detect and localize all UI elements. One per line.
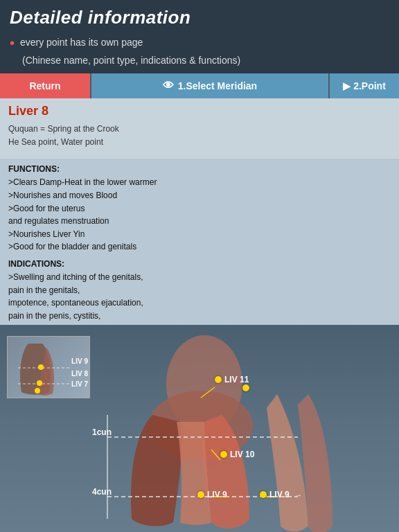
indications-title: INDICATIONS: bbox=[8, 259, 391, 269]
point-label-liv11[interactable]: LIV 11 bbox=[215, 375, 249, 384]
point-text-liv10: LIV 10 bbox=[230, 450, 254, 459]
select-meridian-button[interactable]: 👁 1.Select Meridian bbox=[90, 73, 330, 98]
point-dot-liv11b bbox=[242, 384, 249, 391]
point-label-liv10[interactable]: LIV 10 bbox=[220, 450, 254, 459]
navbar: Return 👁 1.Select Meridian ▶ 2.Point bbox=[0, 73, 399, 98]
point-text-liv9-right: LIV 9 bbox=[269, 490, 290, 499]
measure-1cun: 1cun bbox=[92, 427, 112, 437]
header: Detailed information • every point has i… bbox=[0, 0, 399, 73]
point-dot-liv11 bbox=[215, 376, 222, 383]
subtitle-line1: every point has its own page bbox=[20, 37, 143, 48]
point-label-liv11b[interactable] bbox=[242, 384, 249, 391]
page-title: Detailed information bbox=[10, 7, 389, 28]
thumbnail: LIV 9 LIV 8 LIV 7 bbox=[7, 336, 90, 398]
arrow-icon: ▶ bbox=[343, 80, 351, 91]
return-button[interactable]: Return bbox=[0, 73, 90, 98]
point-dot-liv9-right bbox=[260, 491, 267, 498]
page-subtitle: • every point has its own page (Chinese … bbox=[10, 33, 389, 68]
thumbnail-inner: LIV 9 LIV 8 LIV 7 bbox=[8, 337, 89, 398]
info-panel: Liver 8 Ququan = Spring at the Crook He … bbox=[0, 98, 399, 159]
content-area: FUNCTIONS: >Clears Damp-Heat in the lowe… bbox=[0, 159, 399, 325]
svg-point-14 bbox=[35, 388, 40, 393]
functions-text: >Clears Damp-Heat in the lower warmer >N… bbox=[8, 176, 391, 254]
subtitle-line2: (Chinese name, point type, indications &… bbox=[22, 55, 240, 66]
svg-point-13 bbox=[37, 380, 42, 386]
point-name: Liver 8 bbox=[8, 104, 391, 118]
point-dot-liv9-left bbox=[197, 491, 204, 498]
point-label-liv9-right[interactable]: LIV 9 → bbox=[260, 490, 302, 499]
functions-title: FUNCTIONS: bbox=[8, 164, 391, 174]
bullet-icon: • bbox=[10, 35, 15, 51]
thumb-label-liv7: LIV 7 bbox=[71, 380, 88, 388]
indications-text: >Swelling and itching of the genitals, p… bbox=[8, 271, 391, 325]
eye-icon: 👁 bbox=[163, 80, 174, 92]
point-button[interactable]: ▶ 2.Point bbox=[330, 73, 399, 98]
thumbnail-svg bbox=[8, 337, 90, 398]
point-text-liv11: LIV 11 bbox=[224, 375, 249, 384]
svg-point-12 bbox=[38, 364, 44, 370]
anatomy-area: LIV 9 LIV 8 LIV 7 LIV 11 LIV 10 LIV 9 LI… bbox=[0, 325, 399, 532]
point-chinese: Ququan = Spring at the Crook He Sea poin… bbox=[8, 123, 391, 149]
thumb-label-liv8: LIV 8 bbox=[71, 370, 88, 378]
point-text-liv9-left: LIV 9 bbox=[207, 490, 227, 499]
point-dot-liv10 bbox=[220, 451, 227, 458]
measure-4cun: 4cun bbox=[92, 487, 112, 497]
point-label-liv9-left[interactable]: LIV 9 bbox=[197, 490, 227, 499]
thumb-label-liv9: LIV 9 bbox=[71, 357, 88, 365]
